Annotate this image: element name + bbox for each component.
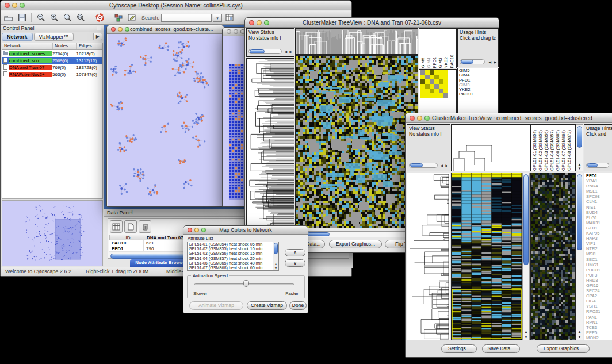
matrix-cell[interactable]: [434, 70, 439, 75]
matrix-cell[interactable]: [439, 79, 443, 84]
delete-attribute-trash-icon[interactable]: [139, 220, 151, 233]
matrix-cell[interactable]: [425, 75, 430, 79]
matrix-cell[interactable]: [443, 84, 448, 89]
close-button[interactable]: [249, 20, 254, 25]
attribute-list-item[interactable]: GPL51-07 (GSM868) heat shock 60 min: [188, 266, 278, 270]
gene-label[interactable]: PAN1: [584, 315, 612, 320]
gene-label[interactable]: TCB3: [584, 325, 612, 330]
zoom-fit-icon[interactable]: [62, 13, 73, 23]
tv2-heatmap-scrollbar[interactable]: ▲ ▼: [522, 173, 530, 341]
minimize-button[interactable]: [234, 29, 238, 34]
matrix-cell[interactable]: [430, 93, 434, 98]
matrix-cell[interactable]: [439, 70, 443, 75]
gene-label[interactable]: SEC1: [584, 257, 612, 262]
network-tree-row[interactable]: combined_scores2764(0)16218(0): [2, 50, 102, 57]
network-tree-row[interactable]: combined_sco2569(6)13112(15): [2, 57, 102, 64]
matrix-cell[interactable]: [420, 89, 425, 93]
usage-hints-scrollbar[interactable]: [460, 59, 485, 64]
gene-label[interactable]: NIS1: [584, 205, 612, 210]
vizmapper-shortcut-icon[interactable]: [113, 13, 124, 23]
zoom-button[interactable]: [424, 116, 430, 121]
scroll-left-icon[interactable]: ◀: [284, 50, 287, 53]
gene-label[interactable]: MSL1: [584, 189, 612, 194]
gene-label[interactable]: GPI16: [584, 283, 612, 288]
gene-label[interactable]: MSI1: [584, 251, 612, 256]
close-button[interactable]: [111, 27, 116, 32]
tv2-row-dendrogram[interactable]: [407, 173, 450, 341]
tv2-global-overview[interactable]: [530, 173, 576, 341]
treeview2-titlebar[interactable]: ClusterMaker TreeView : combined_scores_…: [406, 113, 612, 123]
animate-vizmap-button[interactable]: Animate Vizmap: [189, 301, 243, 310]
gene-label[interactable]: ELG1: [584, 215, 612, 220]
matrix-cell[interactable]: [425, 84, 430, 89]
edges-column-header[interactable]: Edges: [77, 43, 102, 49]
network-tree-row[interactable]: RNAPuberNov2+563(0)107847(0): [2, 71, 102, 78]
gene-label[interactable]: CPA2: [584, 293, 612, 298]
matrix-cell[interactable]: [420, 70, 425, 75]
matrix-cell[interactable]: [439, 89, 443, 93]
matrix-cell[interactable]: [425, 93, 430, 98]
matrix-cell[interactable]: [425, 70, 430, 75]
gene-label[interactable]: MAK31: [584, 220, 612, 225]
annotation-icon[interactable]: [126, 13, 137, 23]
matrix-cell[interactable]: [430, 75, 434, 79]
tab-vizmapper[interactable]: VizMapper™: [34, 33, 74, 41]
minimize-button[interactable]: [118, 27, 123, 32]
network-canvas[interactable]: [108, 34, 223, 206]
help-lifering-icon[interactable]: [94, 13, 105, 23]
dialog-titlebar[interactable]: Map Colors to Network: [183, 226, 308, 235]
zoom-button[interactable]: [201, 228, 206, 232]
tv1-column-dendrogram[interactable]: [295, 28, 418, 55]
main-titlebar[interactable]: Cytoscape Desktop (Session Name: collins…: [1, 1, 351, 10]
slider-thumb[interactable]: [243, 280, 249, 287]
matrix-cell[interactable]: [443, 93, 448, 98]
tv2-overview-scrollbar[interactable]: ▲ ▼: [576, 173, 583, 341]
scroll-right-icon[interactable]: ▶: [445, 164, 448, 167]
matrix-cell[interactable]: [420, 79, 425, 84]
tv2-settings-button[interactable]: Settings...: [441, 344, 477, 353]
float-panel-icon[interactable]: [97, 26, 101, 30]
gene-label[interactable]: KAP95: [584, 231, 612, 236]
tv2-export-graphics-button[interactable]: Export Graphics...: [537, 344, 590, 353]
new-attribute-icon[interactable]: [124, 220, 137, 233]
birdseye-view[interactable]: [2, 200, 103, 266]
move-up-button[interactable]: ∧: [285, 249, 305, 256]
matrix-cell[interactable]: [430, 89, 434, 93]
zoom-selected-icon[interactable]: [75, 13, 86, 23]
gene-label[interactable]: PHO81: [584, 267, 612, 273]
tab-overflow-arrow[interactable]: ▶: [93, 33, 102, 40]
done-button[interactable]: Done: [289, 301, 307, 310]
minimize-button[interactable]: [257, 20, 262, 25]
select-attributes-icon[interactable]: [110, 220, 123, 233]
zoom-out-icon[interactable]: [35, 13, 47, 23]
scroll-right-icon[interactable]: ▶: [494, 60, 496, 64]
gene-label[interactable]: YSH1: [584, 304, 612, 309]
close-button[interactable]: [5, 3, 10, 8]
matrix-cell[interactable]: [439, 84, 443, 89]
matrix-cell[interactable]: [434, 75, 439, 79]
minimize-button[interactable]: [417, 116, 422, 121]
nodes-column-header[interactable]: Nodes: [53, 43, 77, 49]
gene-label[interactable]: PUF3: [584, 273, 612, 278]
gene-label[interactable]: GTB1: [584, 225, 612, 231]
network-tree-row[interactable]: DNA and Tran 07769(0)183728(0): [2, 64, 102, 71]
gene-label[interactable]: RNR4: [584, 183, 612, 189]
usage-hints-scrollbar[interactable]: [586, 163, 609, 168]
zoom-in-icon[interactable]: [48, 13, 60, 23]
zoom-button[interactable]: [125, 27, 129, 32]
gene-label[interactable]: PEP5: [584, 330, 612, 335]
scroll-left-icon[interactable]: ◀: [488, 60, 491, 64]
zoom-button[interactable]: [264, 20, 269, 25]
matrix-cell[interactable]: [434, 93, 439, 98]
gene-label[interactable]: HRD3: [584, 278, 612, 283]
matrix-cell[interactable]: [430, 70, 434, 75]
matrix-cell[interactable]: [425, 89, 430, 93]
gene-label[interactable]: SPC98: [584, 194, 612, 199]
attribute-list[interactable]: GPL51-01 (GSM854) heat shock 05 minGPL51…: [187, 242, 279, 271]
matrix-cell[interactable]: [430, 79, 434, 84]
matrix-cell[interactable]: [425, 79, 430, 84]
tv2-save-data-button[interactable]: Save Data...: [482, 344, 520, 353]
matrix-cell[interactable]: [443, 70, 448, 75]
gene-label[interactable]: RPO21: [584, 309, 612, 314]
view-status-scrollbar[interactable]: [409, 163, 438, 168]
